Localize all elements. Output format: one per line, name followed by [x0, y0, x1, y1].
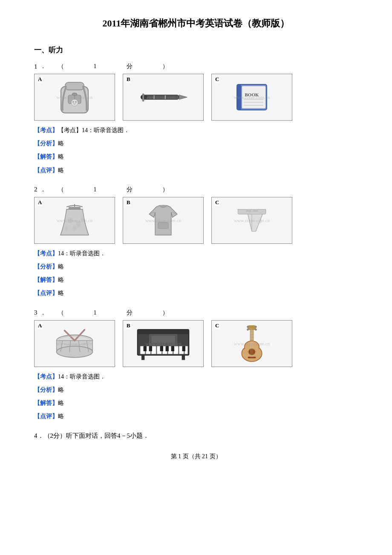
svg-rect-60: [171, 346, 174, 351]
svg-point-23: [68, 217, 73, 223]
diping-3: 【点评】略: [34, 411, 358, 422]
image-box-2a: A www.zixue.com.cn: [34, 197, 115, 244]
question-num-2: 2: [34, 186, 37, 193]
svg-rect-15: [237, 84, 241, 110]
jieda-3: 【解答】略: [34, 398, 358, 408]
section-title: 一、听力: [34, 45, 358, 55]
page-title: 2011年湖南省郴州市中考英语试卷（教师版）: [34, 17, 358, 30]
diping-2: 【点评】略: [34, 288, 358, 298]
img-label-2a: A: [37, 199, 43, 206]
svg-point-27: [81, 216, 84, 220]
svg-rect-56: [144, 346, 147, 351]
svg-point-71: [255, 328, 257, 330]
jieda-1: 【解答】略: [34, 151, 358, 162]
question-num-1: 1: [34, 63, 37, 70]
img-label-3c: C: [214, 322, 220, 329]
image-box-3a: A www.zixue.com.cn: [34, 320, 115, 367]
question-meta-2: ． （ 1 分 ）: [40, 186, 168, 194]
image-box-3b: B: [123, 320, 204, 367]
svg-point-68: [247, 326, 249, 328]
img-label-2c: C: [214, 199, 220, 206]
svg-point-70: [255, 326, 257, 328]
svg-point-69: [247, 328, 249, 330]
question-block-2: 2 ． （ 1 分 ） A www.zixue.com.cn: [34, 186, 358, 299]
image-box-1b: B www.zixue.com.cn: [123, 74, 204, 121]
svg-rect-1: [65, 82, 84, 90]
svg-point-6: [73, 101, 74, 103]
svg-point-24: [76, 221, 81, 228]
image-box-1c: C BOOK www.zixue.com.cn: [211, 74, 292, 121]
svg-rect-13: [142, 94, 144, 101]
img-label-3b: B: [126, 322, 131, 329]
page-footer: 第 1 页（共 21 页）: [34, 453, 358, 460]
svg-rect-12: [165, 95, 166, 99]
image-box-2c: C www.zixue.com.cn: [211, 197, 292, 244]
svg-rect-22: [69, 207, 81, 210]
fenxi-2: 【分析】略: [34, 261, 358, 272]
question-block-1: 1 ． （ 1 分 ） A w: [34, 63, 358, 176]
svg-rect-11: [154, 95, 155, 99]
question-meta-3: ． （ 1 分 ）: [40, 309, 168, 317]
kaodian-2: 【考点】14：听录音选图．: [34, 248, 358, 259]
question-meta-1: ． （ 1 分 ）: [40, 63, 168, 70]
svg-rect-59: [166, 346, 169, 351]
image-box-2b: B www.zixue.com.cn: [123, 197, 204, 244]
svg-rect-57: [149, 346, 152, 351]
image-box-3c: C: [211, 320, 292, 367]
svg-rect-62: [141, 355, 144, 360]
svg-text:BOOK: BOOK: [245, 92, 259, 97]
svg-point-26: [65, 226, 68, 231]
kaodian-1: 【考点】【考点】14：听录音选图．: [34, 125, 358, 136]
img-label-1c: C: [214, 76, 220, 83]
svg-marker-9: [179, 95, 187, 100]
svg-rect-46: [138, 330, 189, 334]
svg-point-25: [72, 225, 76, 231]
svg-rect-61: [182, 346, 185, 351]
question-block-3: 3 ． （ 1 分 ） A w: [34, 309, 358, 422]
kaodian-3: 【考点】14：听录音选图．: [34, 371, 358, 382]
q4-line: 4．（2分）听下面对话，回答4－5小题．: [34, 432, 358, 440]
images-row-2: A www.zixue.com.cn B: [34, 197, 358, 244]
fenxi-1: 【分析】略: [34, 138, 358, 149]
svg-rect-63: [182, 355, 185, 360]
svg-point-37: [57, 346, 93, 357]
svg-rect-28: [158, 222, 169, 228]
img-label-2b: B: [126, 199, 131, 206]
svg-point-5: [71, 99, 78, 106]
img-label-1b: B: [126, 76, 131, 83]
diping-1: 【点评】略: [34, 165, 358, 176]
img-label-1a: A: [37, 76, 43, 83]
svg-point-4: [72, 93, 77, 95]
jieda-2: 【解答】略: [34, 275, 358, 285]
image-box-1a: A www.zixue.com.cn: [34, 74, 115, 121]
svg-point-7: [75, 101, 77, 103]
fenxi-3: 【分析】略: [34, 384, 358, 395]
svg-rect-31: [238, 209, 265, 214]
svg-rect-58: [160, 346, 163, 351]
svg-rect-16: [242, 86, 265, 108]
images-row-3: A www.zixue.com.cn B: [34, 320, 358, 367]
img-label-3a: A: [37, 322, 43, 329]
svg-rect-65: [151, 336, 175, 343]
question-num-3: 3: [34, 309, 37, 316]
images-row-1: A www.zixue.com.cn B: [34, 74, 358, 121]
